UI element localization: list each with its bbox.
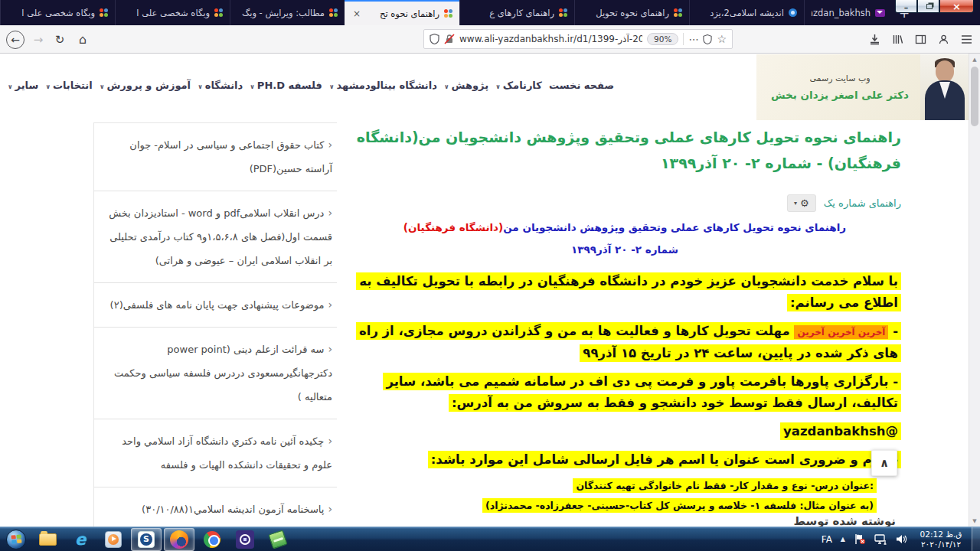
taskbar-soroush-button[interactable]: S bbox=[131, 528, 162, 551]
chevron-icon: ‹ bbox=[328, 207, 332, 219]
insecure-lock-icon[interactable] bbox=[444, 34, 455, 44]
taskbar-ie-button[interactable]: e bbox=[65, 528, 96, 551]
scrollbar-thumb[interactable] bbox=[971, 67, 978, 126]
paragraph-upload: - بارگزاری پاورها بافرمت پاور و فرمت پی … bbox=[348, 371, 901, 414]
joomla-icon bbox=[214, 8, 223, 17]
sidebars-icon[interactable] bbox=[915, 34, 926, 45]
back-button[interactable]: ← bbox=[5, 25, 26, 54]
pocket-shield-icon[interactable] bbox=[703, 34, 712, 44]
dash: - bbox=[888, 324, 898, 338]
downloads-icon[interactable] bbox=[869, 34, 880, 45]
tab-personal-site-1[interactable]: وبگاه شخصی علی ا bbox=[0, 0, 115, 25]
account-icon[interactable] bbox=[938, 34, 949, 45]
nav-item-education[interactable]: آموزش و پرورش ∨ bbox=[100, 80, 191, 91]
back-icon: ← bbox=[6, 31, 24, 49]
tab-mail[interactable]: yazdan_bakhsh@ bbox=[804, 0, 892, 25]
sidebar-link-label: چکیده آئین نامه دکتري دانشگاه آزاد اسلام… bbox=[122, 435, 332, 471]
address-bar[interactable]: www.ali-yazdanbakhsh.ir/d1/راهنمای-نحوه-… bbox=[423, 29, 733, 49]
joomla-icon bbox=[559, 8, 567, 17]
tab-personal-site-2[interactable]: وبگاه شخصی علی ا bbox=[115, 0, 230, 25]
paragraph-filename-format: :عنوان درس- نوع و مقدار کار- فقط نام خان… bbox=[348, 478, 877, 494]
hidden-icons-arrow[interactable]: ▲ bbox=[841, 536, 845, 543]
nav-label: دانشگاه bbox=[205, 80, 243, 91]
volume-icon[interactable] bbox=[896, 534, 907, 544]
taskbar-firefox-button[interactable] bbox=[164, 528, 194, 551]
tracking-shield-icon[interactable] bbox=[430, 34, 439, 44]
restore-button[interactable] bbox=[917, 0, 939, 13]
chevron-down-icon: ∨ bbox=[100, 81, 105, 90]
scroll-to-top-button[interactable]: ∧ bbox=[871, 450, 897, 476]
nav-item-research[interactable]: پژوهش ∨ bbox=[444, 80, 488, 91]
clock-date: ۲۰۲۰/۱۴/۱۲ bbox=[916, 540, 966, 549]
tab-guide-active[interactable]: راهنمای نحوه تح × bbox=[345, 0, 459, 25]
taskbar-university-app-button[interactable] bbox=[230, 528, 260, 551]
tab-islamic-thought[interactable]: اندیشه اسلامی2،یزد bbox=[689, 0, 804, 25]
internet-explorer-icon: e bbox=[75, 530, 86, 549]
chevron-down-icon: ∨ bbox=[444, 81, 449, 90]
sidebar-link-label: کتاب حقوق اجتماعی و سیاسی در اسلام- جوان… bbox=[129, 139, 332, 174]
nav-item-portfolio[interactable]: کارنامک ∨ bbox=[495, 80, 542, 91]
forward-button[interactable]: → bbox=[29, 25, 47, 54]
close-tab-icon[interactable]: × bbox=[351, 8, 362, 19]
language-indicator[interactable]: FA bbox=[822, 534, 832, 545]
sidebar-item[interactable]: ‹پاسخنامه آزمون اندیشه اسلامي۱(۳۰/۱۰/۸۸) bbox=[94, 487, 337, 527]
site-header-banner: وب سایت رسمی دکتر علی اصغر یزدان بخش bbox=[756, 54, 969, 120]
close-button[interactable]: × bbox=[939, 0, 974, 13]
library-icon[interactable] bbox=[892, 34, 903, 45]
nav-item-philosophy-phd[interactable]: فلسفه PH.D ∨ bbox=[250, 80, 322, 91]
nav-item-university[interactable]: دانشگاه ∨ bbox=[198, 80, 243, 91]
notes-app-icon bbox=[268, 530, 287, 549]
guide-one-link[interactable]: راهنمای شماره یک bbox=[824, 197, 901, 209]
browser-tab-bar: وبگاه شخصی علی ا وبگاه شخصی علی ا مطالب:… bbox=[0, 0, 980, 25]
sidebar-link-list: ‹کتاب حقوق اجتماعی و سیاسی در اسلام- جوا… bbox=[93, 122, 337, 527]
tab-edit-article[interactable]: مطالب: ویرایش - وبگ bbox=[230, 0, 345, 25]
article-footer-clipped: نوشته شده توسط bbox=[793, 514, 896, 527]
scrollbar-down-arrow[interactable]: ▼ bbox=[969, 515, 980, 527]
sidebar-item[interactable]: ‹درس انقلاب اسلامیpdf و word - استادیزدا… bbox=[94, 191, 337, 283]
chevron-down-icon: ∨ bbox=[198, 81, 203, 90]
zoom-level-badge[interactable]: 90% bbox=[647, 33, 678, 45]
show-desktop-button[interactable] bbox=[972, 527, 980, 551]
tab-guide-delivery[interactable]: راهنمای نحوه تحویل bbox=[574, 0, 689, 25]
subtitle-main: راهنمای نحوه تحویل کارهای عملی وتحقیق وپ… bbox=[503, 221, 846, 233]
menu-icon[interactable] bbox=[961, 34, 972, 44]
media-player-icon bbox=[105, 531, 122, 548]
nav-item-elections[interactable]: انتخابات ∨ bbox=[45, 80, 92, 91]
bookmark-star-icon[interactable]: ☆ bbox=[717, 33, 727, 45]
sidebar-item[interactable]: ‹چکیده آئین نامه دکتري دانشگاه آزاد اسلا… bbox=[94, 419, 337, 487]
chevron-icon: ‹ bbox=[328, 139, 332, 151]
taskbar-media-player-button[interactable] bbox=[98, 528, 129, 551]
nav-item-binalood-university[interactable]: دانشگاه بینالودمشهد ∨ bbox=[329, 80, 437, 91]
nav-item-home[interactable]: صفحه نخست bbox=[549, 80, 614, 91]
sidebar-item[interactable]: ‹موضوعات پیشنهادی جهت پایان نامه های فلس… bbox=[94, 283, 337, 328]
nav-label: سایر bbox=[15, 80, 39, 91]
start-button[interactable] bbox=[2, 528, 30, 551]
taskbar-notes-app-button[interactable] bbox=[263, 528, 293, 551]
chevron-icon: ‹ bbox=[328, 298, 332, 311]
taskbar-explorer-button[interactable] bbox=[32, 528, 63, 551]
owner-portrait bbox=[920, 54, 969, 120]
tab-label: راهنمای کارهای ع bbox=[467, 8, 554, 18]
action-center-flag-icon[interactable] bbox=[854, 533, 866, 545]
sidebar-link-label: موضوعات پیشنهادی جهت پایان نامه های فلسف… bbox=[110, 299, 325, 311]
reload-button[interactable]: ↻ bbox=[51, 25, 69, 54]
chrome-icon bbox=[204, 531, 220, 548]
url-text[interactable]: www.ali-yazdanbakhsh.ir/d1/راهنمای-نحوه-… bbox=[459, 34, 642, 44]
home-button[interactable]: ⌂ bbox=[74, 25, 92, 54]
taskbar-clock[interactable]: ق.ظ 02:12 ۲۰۲۰/۱۴/۱۲ bbox=[916, 530, 966, 549]
minimize-button[interactable]: – bbox=[895, 0, 917, 13]
page-scrollbar[interactable]: ▲ ▼ bbox=[969, 54, 980, 527]
subtitle-university: (دانشگاه فرهنگیان) bbox=[403, 221, 503, 233]
nav-item-other[interactable]: سایر ∨ bbox=[8, 80, 38, 91]
messenger-handle: yazdanbakhsh@ bbox=[780, 422, 901, 440]
tab-guide-works[interactable]: راهنمای کارهای ع bbox=[459, 0, 574, 25]
network-icon[interactable] bbox=[874, 534, 887, 545]
clock-time: ق.ظ 02:12 bbox=[916, 530, 966, 540]
article-settings-button[interactable]: ⚙ ▾ bbox=[787, 194, 816, 212]
sidebar-item[interactable]: ‹سه قرائت ازعلم دینی (power point دکترجه… bbox=[94, 328, 337, 419]
taskbar-chrome-button[interactable] bbox=[197, 528, 227, 551]
site-tagline: وب سایت رسمی bbox=[760, 73, 920, 83]
scrollbar-up-arrow[interactable]: ▲ bbox=[969, 54, 980, 65]
page-actions-icon[interactable]: ⋯ bbox=[688, 34, 698, 45]
sidebar-item[interactable]: ‹کتاب حقوق اجتماعی و سیاسی در اسلام- جوا… bbox=[94, 123, 337, 191]
